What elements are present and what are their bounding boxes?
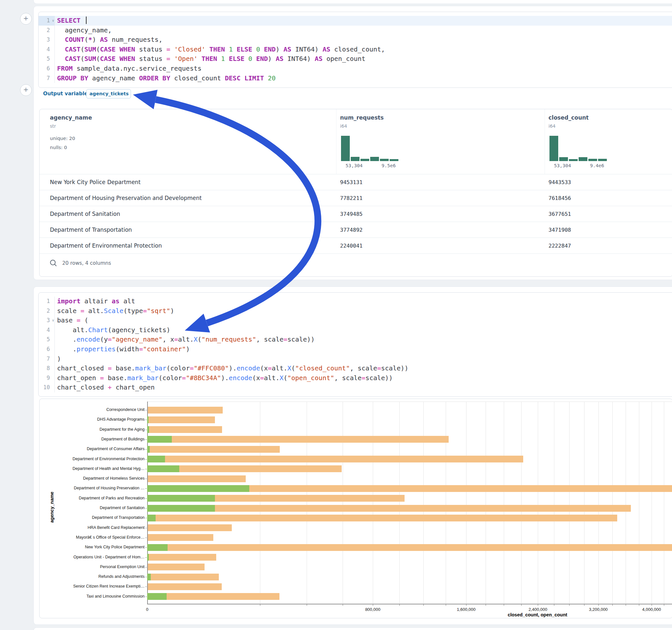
chart-category-label: Personal Exemption Unit [39, 564, 145, 569]
code-line[interactable]: 3 COUNT(*) AS num_requests, [39, 35, 672, 45]
bar-open-count [147, 485, 249, 492]
chart-category-label: Senior Citizen Rent Increase Exempti… [39, 584, 145, 588]
chart-category-label: HRA Benefit Card Replacement [39, 525, 145, 530]
code-text[interactable]: ) [55, 354, 61, 364]
code-text[interactable]: import altair as alt [55, 296, 135, 306]
chart-category-label: New York City Police Department [39, 545, 145, 549]
notebook-canvas: + + 1∨SELECT 2 agency_name,3 COUNT(*) AS… [0, 0, 672, 630]
code-line[interactable]: 3∨base = ( [39, 316, 672, 325]
code-line[interactable]: 9chart_open = base.mark_bar(color="#8BC3… [39, 373, 672, 383]
table-row: Department of Transportation377489234719… [40, 222, 672, 238]
output-variable-pill[interactable]: agency_tickets [86, 89, 131, 98]
result-table: agency_name str unique: 20 nulls: 0 num_… [39, 109, 672, 277]
code-line[interactable]: 7) [39, 354, 672, 364]
line-number: 8 [39, 364, 55, 373]
column-header-agency-name[interactable]: agency_name [50, 114, 92, 121]
code-line[interactable]: 2 agency_name, [39, 26, 672, 35]
column-header-num-requests[interactable]: num_requests [340, 114, 384, 121]
code-text[interactable]: alt.Chart(agency_tickets) [55, 325, 170, 335]
cell-num-requests: 3749485 [340, 206, 363, 222]
bar-closed-count [147, 563, 205, 571]
chart-x-tick-label: 0 [146, 607, 148, 612]
cell-num-requests: 9453131 [340, 174, 363, 190]
code-line[interactable]: 5 CAST(SUM(CASE WHEN status = 'Open' THE… [39, 54, 672, 64]
chart-category-label: Department of Housing Preservation … [39, 486, 145, 490]
code-line[interactable]: 4 alt.Chart(agency_tickets) [39, 325, 672, 335]
chart-category-label: Department for the Aging [39, 427, 145, 432]
python-editor[interactable]: 1import altair as alt2scale = alt.Scale(… [38, 292, 672, 397]
bar-closed-count [147, 583, 222, 590]
code-text[interactable]: chart_open = base.mark_bar(color="#8BC34… [55, 373, 393, 383]
bar-open-count [147, 574, 151, 580]
column-type-closed-count: i64 [549, 123, 556, 129]
code-line[interactable]: 2scale = alt.Scale(type="sqrt") [39, 306, 672, 316]
gridline [664, 402, 664, 604]
line-number: 6 [39, 64, 55, 74]
code-text[interactable]: FROM sample_data.nyc.service_requests [55, 64, 201, 74]
bar-chart: Correspondence UnitDHS Advantage Program… [40, 399, 672, 618]
bar-closed-count [147, 593, 280, 600]
chart-x-axis-title: closed_count, open_count [508, 612, 567, 617]
cell-closed-count: 9443533 [549, 174, 571, 190]
chart-category-label: Operations Unit - Department of Hom… [39, 555, 145, 559]
code-text[interactable]: chart_closed + chart_open [55, 383, 154, 392]
line-number: 3 [39, 35, 55, 45]
cell-closed-count: 3677651 [549, 206, 571, 222]
gridline [652, 402, 652, 604]
code-text[interactable]: chart_closed = base.mark_bar(color="#FFC… [55, 364, 408, 373]
code-line[interactable]: 6FROM sample_data.nyc.service_requests [39, 64, 672, 74]
gridline [446, 402, 446, 604]
column-header-closed-count[interactable]: closed_count [549, 114, 589, 121]
gridline [598, 402, 599, 604]
cell-agency-name: New York City Police Department [50, 174, 141, 190]
hist-max-num-requests: 9.5e6 [382, 163, 396, 168]
gridline [466, 402, 466, 604]
code-text[interactable]: .properties(width="container") [55, 344, 190, 354]
gridline [569, 402, 570, 604]
bar-closed-count [147, 436, 449, 443]
fold-caret-icon[interactable]: ∨ [52, 16, 54, 26]
code-text[interactable]: .encode(y="agency_name", x=alt.X("num_re… [55, 335, 315, 344]
code-line[interactable]: 1∨SELECT [39, 16, 672, 26]
add-cell-button-mid[interactable]: + [20, 84, 32, 96]
code-line[interactable]: 1import altair as alt [39, 296, 672, 306]
bar-closed-count [147, 515, 617, 522]
sql-editor[interactable]: 1∨SELECT 2 agency_name,3 COUNT(*) AS num… [38, 12, 672, 88]
code-text[interactable]: SELECT [55, 16, 87, 26]
cell-agency-name: Department of Transportation [50, 222, 132, 238]
gridline [423, 402, 424, 604]
search-icon[interactable] [49, 259, 58, 267]
bar-open-count [147, 495, 215, 502]
table-row: Department of Housing Preservation and D… [40, 190, 672, 206]
chart-y-axis-title: agency_name [49, 492, 54, 523]
header-divider [336, 109, 336, 174]
bar-open-count [147, 446, 150, 453]
code-text[interactable]: CAST(SUM(CASE WHEN status = 'Open' THEN … [55, 54, 365, 64]
sql-code[interactable]: 1∨SELECT 2 agency_name,3 COUNT(*) AS num… [39, 12, 672, 87]
code-text[interactable]: GROUP BY agency_name ORDER BY closed_cou… [55, 74, 275, 83]
code-text[interactable]: CAST(SUM(CASE WHEN status = 'Closed' THE… [55, 45, 385, 54]
cell-closed-count: 3471908 [549, 222, 571, 238]
next-cell-edge [33, 627, 672, 630]
code-text[interactable]: COUNT(*) AS num_requests, [55, 35, 162, 45]
fold-caret-icon[interactable]: ∨ [52, 316, 54, 325]
code-text[interactable]: base = ( [55, 316, 88, 325]
python-code[interactable]: 1import altair as alt2scale = alt.Scale(… [39, 293, 672, 396]
code-line[interactable]: 10chart_closed + chart_open [39, 383, 672, 392]
code-text[interactable]: agency_name, [55, 26, 112, 35]
chart-category-label: Department of Homeless Services [39, 476, 145, 481]
bar-open-count [147, 416, 148, 423]
line-number: 4 [39, 325, 55, 335]
code-line[interactable]: 7GROUP BY agency_name ORDER BY closed_co… [39, 74, 672, 83]
code-line[interactable]: 8chart_closed = base.mark_bar(color="#FF… [39, 364, 672, 373]
add-cell-button-top[interactable]: + [20, 13, 32, 25]
bar-closed-count [147, 544, 672, 551]
bar-open-count [147, 593, 167, 600]
gridline [373, 402, 373, 604]
code-line[interactable]: 5 .encode(y="agency_name", x=alt.X("num_… [39, 335, 672, 344]
code-line[interactable]: 6 .properties(width="container") [39, 344, 672, 354]
code-line[interactable]: 4 CAST(SUM(CASE WHEN status = 'Closed' T… [39, 45, 672, 54]
gridline [584, 402, 584, 604]
code-text[interactable]: scale = alt.Scale(type="sqrt") [55, 306, 174, 316]
cell-agency-name: Department of Environmental Protection [50, 238, 162, 254]
